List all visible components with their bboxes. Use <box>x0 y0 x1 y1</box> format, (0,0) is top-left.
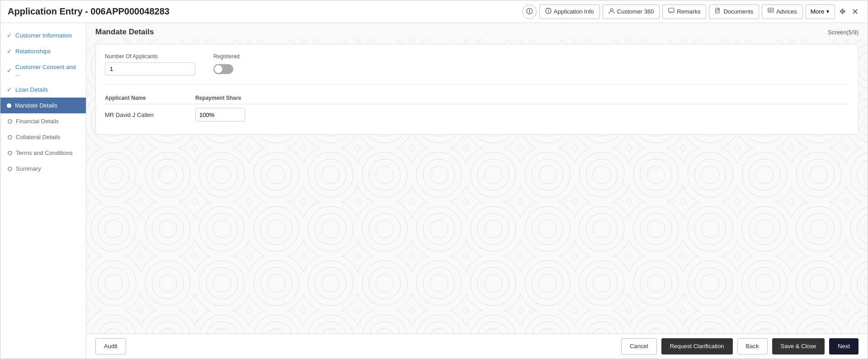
close-icon[interactable]: ✕ <box>850 5 860 19</box>
advices-button[interactable]: Advices <box>762 5 803 19</box>
next-button[interactable]: Next <box>829 338 859 354</box>
sidebar-item-terms-conditions[interactable]: Terms and Conditions <box>0 145 86 161</box>
sidebar-item-loan-details[interactable]: ✓ Loan Details <box>0 82 86 98</box>
sidebar-item-label: Terms and Conditions <box>16 149 73 156</box>
table-row: MR David J Callen ▲ ▼ <box>105 104 849 125</box>
screen-number: Screen(5/9) <box>828 29 859 36</box>
chevron-down-icon: ▼ <box>826 9 830 14</box>
documents-icon <box>715 8 721 15</box>
documents-label: Documents <box>723 8 753 15</box>
active-dot-icon <box>7 103 11 108</box>
remarks-icon <box>668 8 675 15</box>
svg-rect-4 <box>669 8 674 12</box>
registered-toggle[interactable] <box>213 64 233 74</box>
sidebar-item-label: Loan Details <box>15 86 48 93</box>
customer-360-button[interactable]: Customer 360 <box>603 5 660 19</box>
applicants-table: Applicant Name Repayment Share MR David … <box>105 92 849 125</box>
inactive-circle-icon <box>8 135 12 140</box>
sidebar-item-label: Summary <box>16 165 41 172</box>
sidebar-item-label: Mandate Details <box>15 102 57 109</box>
repayment-share-input[interactable] <box>196 108 245 121</box>
section-divider <box>105 84 849 85</box>
application-info-label: Application Info <box>554 8 594 15</box>
customer-360-icon <box>609 8 615 15</box>
number-of-applicants-input[interactable] <box>105 62 195 75</box>
info-icon-button[interactable]: ⓘ <box>522 5 537 19</box>
sidebar: ✓ Customer Information ✓ Relationships ✓… <box>0 23 86 359</box>
repayment-share-spinner[interactable]: ▲ ▼ <box>195 108 245 121</box>
application-info-icon <box>545 8 552 15</box>
col-applicant-name: Applicant Name <box>105 95 195 101</box>
documents-button[interactable]: Documents <box>709 5 759 19</box>
step-check-icon: ✓ <box>7 48 12 55</box>
sidebar-item-customer-information[interactable]: ✓ Customer Information <box>0 28 86 43</box>
toggle-knob <box>214 65 222 73</box>
svg-point-3 <box>610 9 613 11</box>
app-title: Application Entry - 006APP000048283 <box>8 6 170 17</box>
more-label: More <box>811 8 824 15</box>
sidebar-item-label: Collateral Details <box>16 134 60 140</box>
step-check-icon: ✓ <box>7 67 12 74</box>
info-icon: ⓘ <box>526 8 533 16</box>
sidebar-item-collateral-details[interactable]: Collateral Details <box>0 129 86 145</box>
advices-icon <box>768 8 774 15</box>
remarks-button[interactable]: Remarks <box>662 5 706 19</box>
mandate-form-card: Number Of Applicants Registered <box>95 44 859 135</box>
sidebar-item-summary[interactable]: Summary <box>0 161 86 177</box>
application-info-button[interactable]: Application Info <box>539 5 600 19</box>
footer: Audit Cancel Request Clarification Back … <box>86 333 868 359</box>
back-button[interactable]: Back <box>737 338 768 354</box>
inactive-circle-icon <box>8 151 12 155</box>
number-of-applicants-label: Number Of Applicants <box>105 53 195 60</box>
remarks-label: Remarks <box>677 8 700 15</box>
resize-icon[interactable]: ✥ <box>838 5 847 18</box>
sidebar-item-label: Financial Details <box>16 118 59 125</box>
sidebar-item-label: Customer Consent and ... <box>15 64 80 77</box>
save-close-button[interactable]: Save & Close <box>772 338 825 354</box>
sidebar-item-label: Customer Information <box>15 32 72 39</box>
sidebar-item-mandate-details[interactable]: Mandate Details <box>0 98 86 113</box>
step-check-icon: ✓ <box>7 86 12 93</box>
audit-button[interactable]: Audit <box>95 338 126 354</box>
sidebar-item-label: Relationships <box>15 48 51 55</box>
more-button[interactable]: More ▼ <box>806 5 835 19</box>
inactive-circle-icon <box>8 119 12 124</box>
step-check-icon: ✓ <box>7 32 12 39</box>
cancel-button[interactable]: Cancel <box>621 338 656 354</box>
registered-group: Registered <box>213 53 240 74</box>
advices-label: Advices <box>776 8 797 15</box>
number-of-applicants-group: Number Of Applicants <box>105 53 195 75</box>
sidebar-item-financial-details[interactable]: Financial Details <box>0 113 86 129</box>
page-title: Mandate Details <box>95 28 154 37</box>
sidebar-item-relationships[interactable]: ✓ Relationships <box>0 43 86 59</box>
applicant-name-cell: MR David J Callen <box>105 112 195 118</box>
request-clarification-button[interactable]: Request Clarification <box>661 338 733 354</box>
customer-360-label: Customer 360 <box>617 8 654 15</box>
col-repayment-share: Repayment Share <box>195 95 268 101</box>
inactive-circle-icon <box>8 167 12 171</box>
sidebar-item-customer-consent[interactable]: ✓ Customer Consent and ... <box>0 59 86 82</box>
svg-point-2 <box>548 9 548 9</box>
registered-label: Registered <box>213 53 240 60</box>
